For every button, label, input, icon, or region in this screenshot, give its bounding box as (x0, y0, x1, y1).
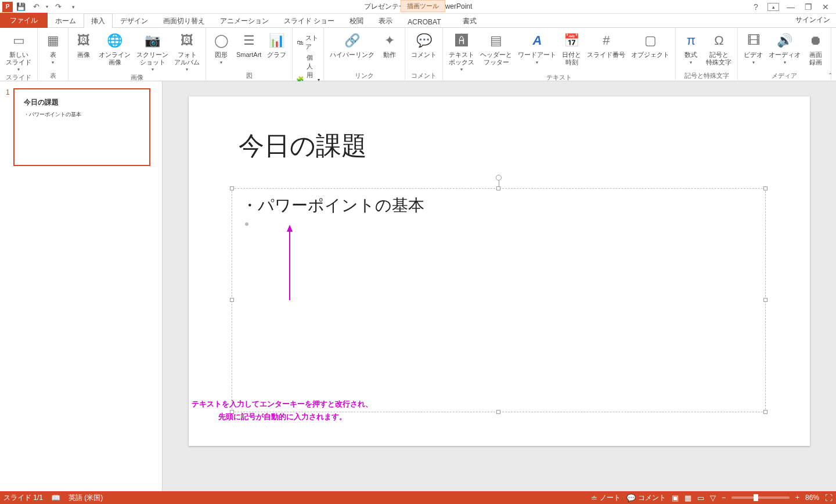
normal-view-icon[interactable]: ▣ (672, 494, 679, 502)
bullet-text-1[interactable]: ・パワーポイントの基本 (242, 195, 424, 217)
ribbon: ▭ 新しい スライド ▾ スライド ▦ 表 ▾ 表 🖼画像 🌐オンライン 画像 … (0, 28, 836, 81)
table-icon: ▦ (44, 31, 62, 50)
tab-slideshow[interactable]: スライド ショー (276, 13, 342, 28)
tab-view[interactable]: 表示 (371, 13, 400, 28)
spellcheck-icon[interactable]: 📖 (51, 494, 60, 502)
action-icon: ✦ (380, 31, 399, 50)
reading-view-icon[interactable]: ▭ (697, 494, 704, 502)
resize-handle-mr[interactable] (763, 298, 767, 302)
undo-icon[interactable]: ↶ (29, 1, 43, 13)
wordart-icon: A (528, 31, 546, 50)
zoom-out-button[interactable]: − (722, 494, 726, 502)
photo-album-button[interactable]: 🖼フォト アルバム▾ (172, 30, 202, 73)
fit-to-window-icon[interactable]: ⛶ (825, 494, 833, 502)
wordart-button[interactable]: Aワードアート▾ (516, 30, 558, 66)
zoom-slider-thumb[interactable] (754, 494, 758, 501)
slide-editor-area: 今日の課題 ・パワーポイントの基本 (163, 81, 836, 491)
resize-handle-mb[interactable] (496, 410, 500, 414)
shapes-icon: ◯ (212, 31, 230, 50)
resize-handle-ml[interactable] (230, 298, 234, 302)
shapes-button[interactable]: ◯図形▾ (210, 30, 233, 66)
powerpoint-icon[interactable]: P (2, 2, 13, 12)
slide-thumbnail-1[interactable]: 1 今日の課題 ・パワーポイントの基本 (6, 88, 156, 166)
restore-icon[interactable]: ❐ (802, 2, 814, 12)
header-footer-button[interactable]: ▤ヘッダーと フッター (478, 30, 514, 67)
symbol-button[interactable]: Ω記号と 特殊文字 (704, 30, 734, 67)
content-textbox[interactable]: ・パワーポイントの基本 テキストを入力してエンターキーを押すと改行され、 先頭に… (232, 188, 766, 412)
annotation-arrow (287, 225, 293, 300)
save-icon[interactable]: 💾 (14, 1, 28, 13)
slideshow-view-icon[interactable]: ▽ (710, 494, 716, 502)
close-icon[interactable]: ✕ (820, 2, 831, 12)
photo-album-icon: 🖼 (178, 31, 196, 50)
resize-handle-tr[interactable] (763, 186, 767, 190)
video-icon: 🎞 (744, 31, 763, 50)
object-button[interactable]: ▢オブジェクト (629, 30, 672, 60)
tab-animations[interactable]: アニメーション (212, 13, 276, 28)
slide-sorter-icon[interactable]: ▦ (684, 494, 691, 502)
sign-in-link[interactable]: サインイン (790, 13, 836, 27)
textbox-icon: 🅰 (452, 31, 471, 50)
resize-handle-mt[interactable] (496, 186, 500, 190)
table-button[interactable]: ▦ 表 ▾ (41, 30, 64, 66)
tab-format[interactable]: 書式 (455, 13, 484, 28)
video-button[interactable]: 🎞ビデオ▾ (741, 30, 765, 66)
pictures-button[interactable]: 🖼画像 (72, 30, 95, 60)
zoom-slider[interactable] (732, 496, 790, 499)
screenshot-button[interactable]: 📷スクリーン ショット▾ (134, 30, 171, 73)
audio-icon: 🔊 (776, 31, 794, 50)
slide-position[interactable]: スライド 1/1 (3, 493, 43, 503)
group-slides: ▭ 新しい スライド ▾ スライド (0, 28, 38, 81)
audio-button[interactable]: 🔊オーディオ▾ (766, 30, 803, 66)
zoom-level[interactable]: 86% (805, 494, 819, 502)
tab-insert[interactable]: 挿入 (84, 13, 113, 28)
date-time-button[interactable]: 📅日付と 時刻 (560, 30, 583, 67)
equation-button[interactable]: π数式▾ (679, 30, 702, 66)
online-pictures-button[interactable]: 🌐オンライン 画像 (96, 30, 133, 67)
slide-canvas[interactable]: 今日の課題 ・パワーポイントの基本 (189, 96, 810, 446)
qat-customize-icon[interactable]: ▾ (66, 1, 80, 13)
collapse-ribbon-icon[interactable]: ⌃ (828, 72, 833, 78)
status-bar: スライド 1/1 📖 英語 (米国) ≐ノート 💬コメント ▣ ▦ ▭ ▽ − … (0, 491, 836, 504)
store-button[interactable]: 🛍ストア (296, 34, 320, 51)
chart-button[interactable]: 📊グラフ (265, 30, 289, 60)
ribbon-options-icon[interactable]: ▴ (767, 3, 779, 11)
new-slide-icon: ▭ (9, 31, 28, 50)
new-slide-button[interactable]: ▭ 新しい スライド ▾ (3, 30, 34, 73)
tab-home[interactable]: ホーム (48, 13, 84, 28)
tab-file[interactable]: ファイル (0, 13, 48, 28)
slide-number-button[interactable]: #スライド番号 (585, 30, 628, 60)
tab-acrobat[interactable]: ACROBAT (400, 15, 448, 28)
slide-title-text[interactable]: 今日の課題 (239, 129, 367, 163)
hyperlink-button[interactable]: 🔗ハイパーリンク (327, 30, 377, 60)
textbox-button[interactable]: 🅰テキスト ボックス▾ (446, 30, 477, 73)
link-icon: 🔗 (343, 31, 362, 50)
rotation-handle[interactable] (496, 175, 502, 181)
tab-review[interactable]: 校閲 (342, 13, 371, 28)
help-icon[interactable]: ? (750, 2, 762, 12)
group-links: 🔗ハイパーリンク ✦動作 リンク (324, 28, 405, 81)
minimize-icon[interactable]: — (785, 2, 797, 12)
zoom-in-button[interactable]: + (795, 494, 799, 502)
action-button[interactable]: ✦動作 (378, 30, 401, 60)
picture-icon: 🖼 (74, 31, 93, 50)
smartart-button[interactable]: ☰SmartArt (234, 30, 264, 60)
redo-icon[interactable]: ↷ (51, 1, 65, 13)
comments-button[interactable]: 💬コメント (626, 493, 666, 503)
notes-icon: ≐ (591, 494, 597, 502)
tab-design[interactable]: デザイン (113, 13, 156, 28)
smartart-icon: ☰ (240, 31, 258, 50)
quick-access-toolbar: P 💾 ↶ ▾ ↷ ▾ (0, 1, 80, 13)
screen-recording-button[interactable]: ⏺画面 録画 (804, 30, 827, 67)
resize-handle-br[interactable] (763, 410, 767, 414)
group-images: 🖼画像 🌐オンライン 画像 📷スクリーン ショット▾ 🖼フォト アルバム▾ 画像 (69, 28, 206, 81)
language-status[interactable]: 英語 (米国) (69, 493, 103, 503)
ribbon-tabs: ファイル ホーム 挿入 デザイン 画面切り替え アニメーション スライド ショー… (0, 14, 836, 28)
online-picture-icon: 🌐 (106, 31, 124, 50)
notes-button[interactable]: ≐ノート (591, 493, 621, 503)
group-addins: 🛍ストア 🧩個人用アプリ▾ アドイン (293, 28, 324, 81)
undo-dropdown-icon[interactable]: ▾ (44, 1, 50, 13)
resize-handle-tl[interactable] (230, 186, 234, 190)
tab-transitions[interactable]: 画面切り替え (156, 13, 212, 28)
comment-button[interactable]: 💬コメント (409, 30, 439, 60)
